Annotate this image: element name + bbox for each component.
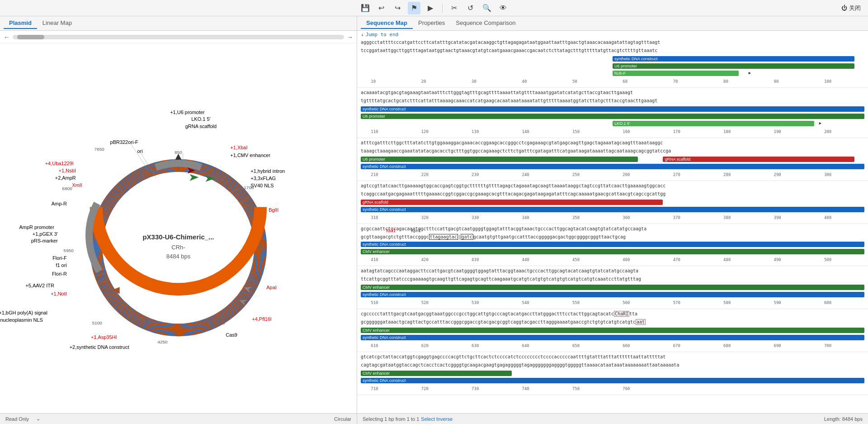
ruler-6: 510 520 530 540 550 560 570 580 590 600 [361,299,864,307]
feature-synthetic-dna-4: synthetic DNA construct [361,207,864,212]
history-button[interactable]: ↺ [464,2,477,14]
seq-text-7a: cgccccctatttgacgtcaatgacggtaaatggcccgcct… [357,310,868,318]
seq-dna-6a: aatagtatcagcccaataggacttccattgacgtcaatgg… [361,268,638,273]
feature-row-5b: CMV enhancer [361,248,864,255]
tab-sequence-map[interactable]: Sequence Map [361,18,413,29]
seq-dna-8b: cagtagcgataatggtaccagctcacctcactcggggtgc… [361,362,679,367]
tab-sequence-comparison[interactable]: Sequence Comparison [450,18,521,29]
toolbar: 💾 ↩ ↪ ⚑ ▶ ✂ ↺ 🔍 👁 ⏻ 关闭 [0,0,868,16]
feature-row-4b: synthetic DNA construct [361,206,864,213]
run-button[interactable]: ▶ [424,2,437,14]
seq-dna-4a: agtccgttatcaacttgaaaaagtggcaccgagtcggtgc… [361,183,665,188]
right-tabs: Sequence Map Properties Sequence Compari… [357,16,868,31]
label-ampr-promoter: AmpR promoter [19,224,54,230]
feature-row-1c: hU6-F ▶ [361,70,864,76]
nav-right-button[interactable]: → [347,33,353,41]
feature-row-8a: CMV enhancer [361,370,864,376]
ruler-4: 310 320 330 340 350 360 370 380 390 400 [361,214,864,222]
plasmid-sub: CRh- [171,244,185,251]
ruler-3: 210 220 230 240 250 260 270 280 290 300 [361,171,864,179]
feature-row-2a: synthetic DNA construct [361,106,864,112]
cut-button[interactable]: ✂ [448,2,461,14]
grna-arrow [189,174,198,181]
seq-dna-1a: agggcctattttcccatgattccttcatatttgcatatac… [361,40,660,45]
jump-to-end-link[interactable]: Jump to end [357,31,868,38]
seq-text-6b: ttcattgcggtttatcccgaaaaagtgcaagttgttcaga… [357,275,868,283]
close-button[interactable]: ⏻ 关闭 [841,4,861,12]
nav-row: ← → [0,31,357,43]
seq-text-3b: taaagctaaagaaccgaaatatatacgacacctgctttgg… [357,147,868,155]
label-prs-marker: pRS-marker [31,238,58,243]
seq-text-8a: gtcatcgctattaccatggtcgaggtgagccccacgttct… [357,353,868,361]
feature-row-7a: CMV enhancer [361,327,864,333]
feature-synthetic-dna-3: synthetic DNA construct [361,164,864,169]
tab-plasmid[interactable]: Plasmid [4,18,37,29]
right-status-bar: Selecting 1 bp from 1 to 1 Select Invers… [357,413,868,424]
nav-scrollbar-thumb [17,35,44,39]
label-synthetic-dna: +2,synthetic DNA construct [70,344,129,350]
seq-dna-3b: taaagctaaagaaccgaaatatatacgacacctgctttgg… [361,148,671,153]
search-button[interactable]: 🔍 [481,2,493,14]
seq-dna-4b: tcaggccaatgacgagaaatttttgaaaaccggtcggacc… [361,191,665,196]
seq-section-5: gcgccaattctgcagacaaatggctttccattgacgtcaa… [357,225,868,266]
tab-properties[interactable]: Properties [413,18,450,29]
label-pgex3: +1,pGEX 3' [33,231,58,237]
feature-row-2c: LKO.1 5' ▶ [361,120,864,127]
label-f1-ori: f1 ori [56,262,66,268]
seq-section-7: cgccccctatttgacgtcaatgacggtaaatggcccgcct… [357,310,868,352]
label-nucleoplasmin: +2,nucleoplasmin NLS [0,317,43,323]
feature-row-3b: synthetic DNA construct [361,163,864,170]
power-icon: ⏻ [841,5,847,11]
plasmid-area: +1,U6 promoter LKO.1 5' gRNA scaffold +1… [0,43,357,413]
flag-button[interactable]: ⚑ [408,2,420,14]
feature-u6-promoter-1: U6 promoter [613,63,854,69]
label-aav2: +5,AAV2 ITR [25,283,54,288]
feature-synthetic-dna-2: synthetic DNA construct [361,106,864,112]
seq-text-2b: tgttttatgcactgcatctttcattatttaaaagcaaacc… [357,97,868,105]
seq-text-1b: tccggataattggcttggtttagataatggtaactgtaaa… [357,47,868,55]
label-pbr322ori-f: pBR322ori-F [110,139,138,145]
pos-5100: 5100 [92,320,103,325]
nav-scrollbar[interactable] [13,35,344,39]
ruler-8: 710 720 730 740 750 760 [361,385,864,393]
feature-synthetic-dna-1: synthetic DNA construct [613,56,854,62]
label-flori-f: Flori-F [52,255,67,261]
plasmid-bps: 8484 bps [166,253,191,260]
label-xbai: +1,XbaI [230,145,247,150]
plasmid-name: pX330-U6-Chimeric_... [142,233,214,241]
tab-linear-map[interactable]: Linear Map [37,18,77,29]
label-amp-r: Amp-R [52,201,67,206]
feature-cmv-enhancer-5: CMV enhancer [361,249,864,254]
label-bglii: BglII [269,207,278,213]
feature-synthetic-dna-6: synthetic DNA construct [361,292,864,297]
label-cmv-enhancer-top: +1,CMV enhancer [230,152,270,158]
label-cas9: Cas9 [226,332,237,338]
eye-button[interactable]: 👁 [497,2,509,14]
sequence-map[interactable]: Jump to end agggcctattttcccatgattccttcat… [357,31,868,413]
seq-text-5a: gcgccaattctgcagacaaatggctttccattgacgtcaa… [357,225,868,233]
undo-button[interactable]: ↩ [375,2,388,14]
feature-row-3a: U6 promoter gRNA scaffold [361,156,864,162]
seq-dna-2a: acaaaatacgtgacgtagaaagtaataatttcttgggtag… [361,90,633,95]
pos-1700: 1700 [244,185,254,190]
select-inverse-link[interactable]: Select Inverse [421,416,453,422]
seq-dna-6b: ttcattgcggtttatcccgaaaaagtgcaagttgttcaga… [361,276,641,281]
pos-7650: 7650 [94,147,105,152]
save-button[interactable]: 💾 [359,2,372,14]
seq-dna-1b: tccggataattggcttggtttagataatggtaactgtaaa… [361,48,657,53]
seq-text-6a: aatagtatcagcccaataggacttccattgacgtcaatgg… [357,267,868,275]
nav-left-button[interactable]: ← [4,33,10,41]
label-asp35hi: +1,Asp35HI [91,334,117,340]
pos-6800: 6800 [62,186,73,191]
close-label: 关闭 [849,4,861,12]
seq-dna-7b: gcggggggataaactgcagttactgccatttaccgggcgg… [361,319,646,325]
label-3xflag: +3,3xFLAG [250,176,276,181]
ruler-1: 10 20 30 40 50 60 70 80 90 100 [361,77,864,86]
feature-hu6f: hU6-F [613,71,739,76]
feature-row-1b: U6 promoter [361,63,864,69]
redo-button[interactable]: ↪ [392,2,404,14]
pos-4250: 4250 [157,339,168,344]
status-dropdown-icon[interactable]: ⌄ [36,416,40,422]
label-hybrid-intron: +1,hybrid intron [250,168,285,174]
seq-dna-2b: tgttttatgcactgcatctttcattatttaaaagcaaacc… [361,98,657,103]
